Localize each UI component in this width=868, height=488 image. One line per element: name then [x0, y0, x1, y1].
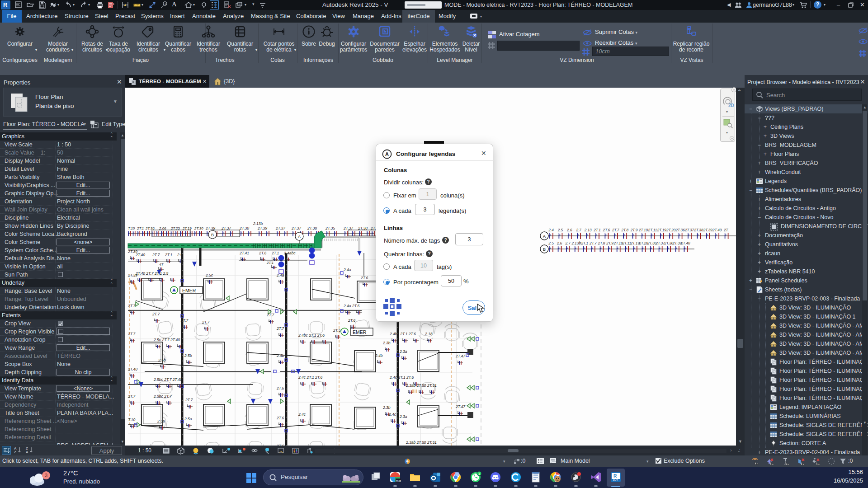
svg-text:2T.38: 2T.38	[664, 241, 674, 245]
svg-text:2T.7: 2T.7	[276, 326, 284, 331]
svg-text:2T.6: 2T.6	[259, 251, 267, 255]
svg-text:A: A	[385, 151, 389, 157]
svg-text:2T.10: 2T.10	[613, 241, 623, 245]
svg-text:2.4b: 2.4b	[276, 353, 284, 358]
svg-text:2T.7: 2T.7	[152, 312, 160, 316]
svg-text:2T.40 2T.7 2T.1 2.5: 2T.40 2T.7 2T.1 2.5	[135, 271, 169, 276]
svg-text:2.4a: 2.4a	[343, 267, 351, 272]
svg-text:2.5a: 2.5a	[157, 419, 165, 423]
svg-text:2.13b: 2.13b	[571, 241, 581, 245]
svg-text:2T.7: 2T.7	[180, 318, 189, 323]
svg-text:2.5bc 2T.7: 2.5bc 2T.7	[153, 394, 172, 399]
svg-text:2T.19: 2T.19	[657, 228, 667, 232]
svg-text:T.10: T.10	[128, 226, 135, 230]
svg-text:2T.6: 2T.6	[348, 318, 356, 323]
svg-text:2.4bc 2T.1 2T.6: 2.4bc 2T.1 2T.6	[298, 333, 325, 338]
svg-text:2.5b: 2.5b	[158, 358, 166, 362]
svg-text:2D: 2D	[728, 103, 734, 108]
svg-text:B: B	[543, 247, 546, 252]
svg-text:2T.36: 2T.36	[647, 241, 657, 245]
svg-text:2.6: 2.6	[566, 228, 572, 232]
svg-text:2T.1: 2T.1	[137, 226, 144, 230]
svg-text:2.3a: 2.3a	[399, 414, 407, 419]
svg-text:2.7: 2.7	[576, 228, 582, 232]
svg-text:EMER: EMER	[353, 329, 367, 335]
svg-text:2.4bc 2T.1 2T.6: 2.4bc 2T.1 2T.6	[389, 332, 416, 336]
svg-text:2T.1: 2T.1	[593, 228, 601, 232]
svg-text:2T.7: 2T.7	[152, 253, 160, 257]
svg-text:2.4c 2T.1 2T.6: 2.4c 2T.1 2T.6	[389, 375, 414, 380]
svg-text:2.3b: 2.3b	[382, 405, 391, 410]
svg-text:2T.9: 2T.9	[606, 241, 613, 245]
svg-text:2T.8: 2T.8	[598, 241, 605, 245]
svg-text:3: 3	[45, 473, 47, 478]
svg-text:2T.7: 2T.7	[127, 332, 136, 336]
svg-text:2.5c 2T.7 2T.40: 2.5c 2T.7 2T.40	[153, 338, 180, 342]
svg-text:2.4c 2T.1 2T.6: 2.4c 2T.1 2T.6	[298, 375, 323, 380]
svg-text:2T.38: 2T.38	[307, 226, 317, 230]
svg-text:2T.39: 2T.39	[703, 228, 713, 232]
svg-text:2.6: 2.6	[557, 241, 562, 245]
svg-text:2T.37: 2T.37	[656, 241, 665, 245]
svg-text:2T.7: 2T.7	[185, 398, 193, 402]
svg-text:1: 1	[164, 2, 166, 5]
svg-text:1: 1	[478, 472, 481, 476]
svg-text:2T.20: 2T.20	[666, 228, 676, 232]
svg-text:2T.39: 2T.39	[257, 226, 267, 230]
svg-text:4T: 4T	[159, 263, 164, 267]
svg-text:2.7: 2.7	[565, 241, 571, 245]
svg-text:B: B	[211, 233, 214, 237]
svg-text:2.4a: 2.4a	[276, 273, 284, 277]
svg-text:2.3a: 2.3a	[399, 349, 407, 354]
svg-text:M365: M365	[396, 479, 401, 482]
svg-text:2.13: 2.13	[584, 228, 592, 232]
svg-text:2T.6: 2T.6	[360, 276, 368, 280]
svg-text:2T.37: 2T.37	[684, 228, 694, 232]
svg-text:2T.7: 2T.7	[266, 313, 274, 317]
svg-text:2.4c: 2.4c	[298, 412, 306, 417]
svg-text:2T.8: 2T.8	[621, 228, 628, 232]
svg-text:2T.38: 2T.38	[693, 228, 703, 232]
svg-text:2T.6: 2T.6	[603, 228, 610, 232]
svg-text:2T.35: 2T.35	[325, 226, 335, 230]
svg-text:2T.40: 2T.40	[712, 228, 722, 232]
svg-text:2T.1: 2T.1	[165, 253, 173, 257]
svg-text:EMER: EMER	[182, 288, 196, 293]
svg-text:2T.41: 2T.41	[239, 251, 249, 255]
svg-text:2T.9: 2T.9	[630, 228, 638, 232]
svg-text:2.18: 2.18	[425, 332, 433, 336]
svg-text:2.3ab 2T.50 2T.51: 2.3ab 2T.50 2T.51	[406, 440, 437, 445]
svg-text:2.3ab 2T.50 2T.51: 2.3ab 2T.50 2T.51	[406, 383, 437, 388]
svg-text:2T.30: 2T.30	[239, 226, 249, 230]
svg-text:2T.7: 2T.7	[589, 241, 597, 245]
svg-text:2.13b: 2.13b	[253, 221, 263, 226]
svg-text:2T.6: 2T.6	[276, 386, 284, 390]
svg-text:R: R	[613, 474, 617, 479]
svg-text:2T.47: 2T.47	[455, 354, 465, 358]
svg-text:2T.30: 2T.30	[194, 226, 203, 230]
svg-text:2T.11: 2T.11	[648, 228, 657, 232]
svg-text:Z: Z	[14, 450, 16, 454]
svg-text:2T.1: 2T.1	[271, 251, 279, 255]
svg-text:A: A	[298, 235, 301, 239]
svg-text:2T.37: 2T.37	[275, 226, 285, 230]
svg-text:2T.7: 2T.7	[202, 320, 210, 324]
svg-text:2T.6: 2T.6	[276, 416, 284, 420]
svg-text:2T.7: 2T.7	[612, 228, 619, 232]
svg-text:2T.20: 2T.20	[638, 241, 648, 245]
svg-text:2T.19: 2T.19	[630, 241, 640, 245]
svg-text:2.5bc 2T.7 2T.40: 2.5bc 2T.7 2T.40	[153, 377, 182, 382]
svg-text:2.5a: 2.5a	[184, 417, 192, 421]
svg-text:2T.40: 2T.40	[680, 241, 690, 245]
svg-text:2.4: 2.4	[548, 228, 554, 232]
svg-text:2.5b: 2.5b	[184, 353, 192, 358]
svg-text:2T.47: 2T.47	[455, 404, 465, 409]
svg-text:2T.39: 2T.39	[127, 249, 137, 254]
svg-text:2.5: 2.5	[548, 241, 554, 245]
svg-text:A: A	[26, 450, 28, 454]
svg-text:RVT: RVT	[613, 479, 618, 482]
svg-text:2T.11: 2T.11	[622, 241, 632, 245]
svg-text:2T.36: 2T.36	[675, 228, 685, 232]
svg-text:A: A	[543, 234, 546, 239]
svg-text:2T.7: 2T.7	[127, 394, 136, 399]
